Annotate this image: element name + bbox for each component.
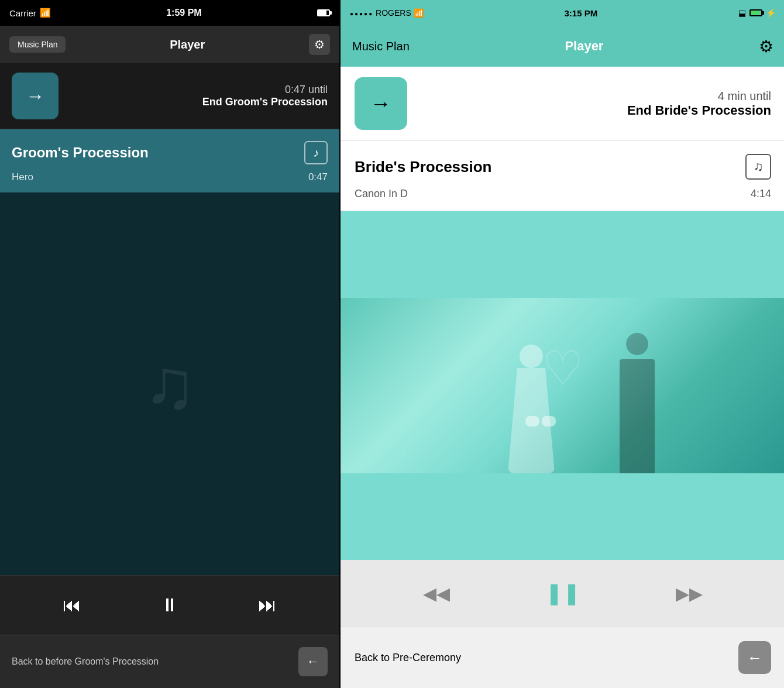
settings-button-left[interactable]: ⚙ bbox=[309, 34, 330, 55]
arrow-icon-left: → bbox=[26, 85, 44, 107]
right-event-section: Bride's Procession ♫ Canon In D 4:14 bbox=[341, 141, 784, 211]
carrier-label-right: ROGERS bbox=[376, 8, 411, 18]
next-track-button-left[interactable]: ⏭ bbox=[253, 590, 281, 621]
left-back-nav-text: Back to before Groom's Procession bbox=[12, 656, 159, 667]
pause-icon-right: ❚❚ bbox=[545, 581, 580, 605]
bride-figure bbox=[496, 345, 566, 473]
right-status-right: ⬓ ⚡ bbox=[738, 8, 776, 18]
left-event-title: Groom's Procession bbox=[12, 145, 149, 161]
back-arrow-button-right[interactable]: ← bbox=[738, 641, 771, 674]
skip-forward-icon-right: ▶▶ bbox=[676, 584, 703, 603]
carrier-label: Carrier bbox=[9, 8, 36, 18]
pause-icon-left: ⏸ bbox=[160, 594, 179, 615]
previous-track-button-right[interactable]: ◀◀ bbox=[418, 579, 455, 608]
right-time-until: 4 min until bbox=[419, 90, 771, 103]
right-event-song-row: Canon In D 4:14 bbox=[355, 188, 771, 200]
pause-button-right[interactable]: ❚❚ bbox=[541, 576, 585, 610]
music-note-icon-right: ♫ bbox=[754, 159, 764, 174]
back-music-plan-button[interactable]: Music Plan bbox=[9, 36, 66, 53]
right-nav-bar: Music Plan Player ⚙ bbox=[341, 26, 784, 67]
left-nav-title: Player bbox=[170, 38, 205, 51]
arrow-icon-right: → bbox=[370, 91, 391, 116]
right-timer-text: 4 min until End Bride's Procession bbox=[419, 90, 771, 118]
skip-forward-icon-left: ⏭ bbox=[258, 594, 277, 615]
right-event-header: Bride's Procession ♫ bbox=[355, 154, 771, 180]
right-song-name: Canon In D bbox=[355, 188, 408, 200]
settings-button-right[interactable]: ⚙ bbox=[759, 37, 773, 56]
music-note-bg-left: ♫ bbox=[143, 343, 196, 424]
left-panel: Carrier 📶 1:59 PM Music Plan Player ⚙ → … bbox=[0, 0, 339, 688]
next-section-arrow-left[interactable]: → bbox=[12, 73, 59, 119]
couple-hands bbox=[525, 416, 556, 426]
right-status-time: 3:15 PM bbox=[564, 8, 597, 18]
skip-back-icon-left: ⏮ bbox=[63, 594, 81, 615]
right-event-title: Bride's Procession bbox=[355, 158, 492, 176]
groom-body bbox=[620, 359, 655, 473]
left-song-duration: 0:47 bbox=[308, 171, 328, 183]
groom-figure bbox=[614, 333, 661, 473]
hand-left bbox=[525, 416, 539, 426]
left-status-bar: Carrier 📶 1:59 PM bbox=[0, 0, 339, 26]
left-playback-controls: ⏮ ⏸ ⏭ bbox=[0, 575, 339, 635]
right-nav-title: Player bbox=[565, 39, 603, 54]
left-back-nav: Back to before Groom's Procession ← bbox=[0, 635, 339, 688]
wifi-icon-right: 📶 bbox=[414, 8, 424, 18]
hand-right bbox=[542, 416, 556, 426]
left-timer-event: End Groom's Procession bbox=[202, 96, 328, 108]
music-library-icon-right[interactable]: ♫ bbox=[745, 154, 771, 180]
left-event-section: Groom's Procession ♪ Hero 0:47 bbox=[0, 129, 339, 192]
right-playback-controls: ◀◀ ❚❚ ▶▶ bbox=[341, 560, 784, 627]
right-panel: ●●●●● ROGERS 📶 3:15 PM ⬓ ⚡ Music Plan Pl… bbox=[341, 0, 784, 688]
next-section-arrow-right[interactable]: → bbox=[355, 77, 407, 130]
wedding-photo bbox=[341, 298, 784, 473]
left-status-right bbox=[317, 9, 330, 16]
gear-icon-right: ⚙ bbox=[759, 37, 773, 56]
pause-button-left[interactable]: ⏸ bbox=[156, 590, 184, 621]
left-song-name: Hero bbox=[12, 171, 33, 183]
right-back-nav: Back to Pre-Ceremony ← bbox=[341, 627, 784, 688]
left-event-song-row: Hero 0:47 bbox=[12, 171, 328, 183]
left-timer-text: 0:47 until End Groom's Procession bbox=[68, 84, 328, 108]
left-timer-bar: → 0:47 until End Groom's Procession bbox=[0, 63, 339, 129]
album-art-left: ♫ bbox=[0, 192, 339, 575]
bride-head bbox=[520, 345, 543, 368]
left-status-time: 1:59 PM bbox=[166, 8, 201, 18]
left-status-left: Carrier 📶 bbox=[9, 8, 51, 18]
left-event-header: Groom's Procession ♪ bbox=[12, 141, 328, 164]
back-arrow-button-left[interactable]: ← bbox=[298, 647, 328, 676]
battery-icon bbox=[317, 9, 330, 16]
charging-icon: ⚡ bbox=[766, 8, 776, 18]
music-note-icon-left: ♪ bbox=[313, 146, 319, 160]
left-nav-bar: Music Plan Player ⚙ bbox=[0, 26, 339, 63]
previous-track-button-left[interactable]: ⏮ bbox=[58, 590, 86, 621]
back-arrow-icon-left: ← bbox=[307, 654, 319, 669]
right-back-nav-text: Back to Pre-Ceremony bbox=[355, 652, 461, 664]
groom-head bbox=[626, 333, 648, 355]
battery-icon-right bbox=[749, 9, 762, 16]
bluetooth-icon: ⬓ bbox=[738, 8, 746, 18]
back-arrow-icon-right: ← bbox=[747, 649, 762, 667]
right-status-bar: ●●●●● ROGERS 📶 3:15 PM ⬓ ⚡ bbox=[341, 0, 784, 26]
right-status-left: ●●●●● ROGERS 📶 bbox=[350, 8, 424, 18]
wifi-icon: 📶 bbox=[40, 8, 51, 18]
left-time-until: 0:47 until bbox=[68, 84, 328, 96]
signal-dots: ●●●●● bbox=[350, 11, 373, 17]
back-music-plan-button-right[interactable]: Music Plan bbox=[352, 40, 410, 53]
right-timer-bar: → 4 min until End Bride's Procession bbox=[341, 67, 784, 141]
next-track-button-right[interactable]: ▶▶ bbox=[671, 579, 707, 608]
right-song-duration: 4:14 bbox=[751, 188, 771, 200]
music-library-icon-left[interactable]: ♪ bbox=[304, 141, 328, 164]
skip-back-icon-right: ◀◀ bbox=[423, 584, 450, 603]
album-art-right bbox=[341, 211, 784, 560]
gear-icon-left: ⚙ bbox=[314, 37, 325, 51]
right-timer-event: End Bride's Procession bbox=[627, 103, 771, 118]
